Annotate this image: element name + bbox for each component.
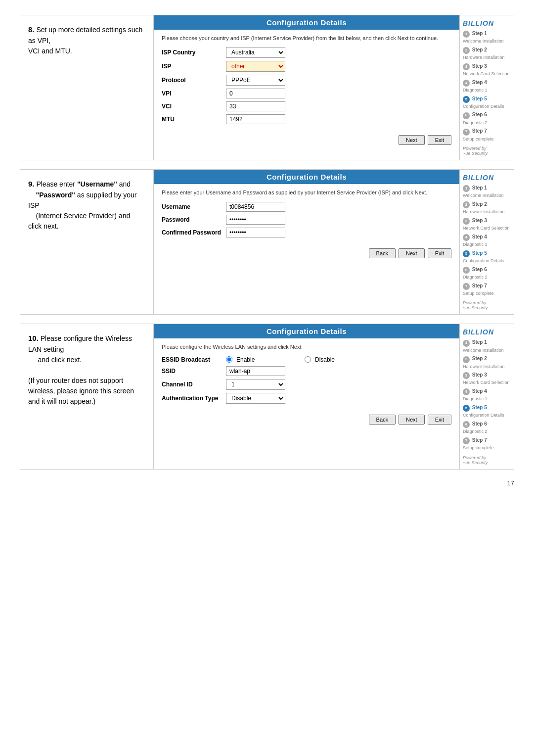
field-channel-id-label: Channel ID [162,381,226,388]
vpi-value: 0 [226,89,285,98]
section-10-config: Configuration Details Please configure t… [154,324,459,469]
config-title-8: Configuration Details [267,18,347,27]
sidebar-step-5-10: 5 Step 5 Configuration Details [463,404,511,419]
field-ssid-label: SSID [162,368,226,375]
step-label-6-8: Step 6 [472,112,487,117]
step-circle-1-8: 1 [463,31,470,38]
section-8-intro: Please choose your country and ISP (Inte… [162,35,451,42]
essid-enable-label: Enable [236,356,301,363]
next-button-9[interactable]: Next [399,248,425,258]
field-mtu-label: MTU [162,116,226,123]
section-9-config-header: Configuration Details [154,170,459,184]
section-8-buttons: Next Exit [154,132,459,150]
section-10-buttons: Back Next Exit [154,412,459,429]
field-password: Password •••••••• [162,215,451,225]
section-9-config: Configuration Details Please enter your … [154,170,459,314]
isp-select[interactable]: other [226,61,285,72]
field-protocol: Protocol PPPoE [162,75,451,86]
section-9-buttons: Back Next Exit [154,245,459,263]
section-10-intro: Please configure the Wireless LAN settin… [162,343,451,351]
step-desc-6-9: Diagnostic 2 [463,275,488,280]
exit-button-10[interactable]: Exit [428,415,451,425]
step-label-2-9: Step 2 [472,201,487,207]
sidebar-step-7-9: 7 Step 7 Setup complete [463,283,511,297]
step-desc-1-9: Welcome Installation [463,193,504,198]
field-username-label: Username [162,203,226,210]
step-desc-2-8: Hardware Installation [463,55,505,60]
step-label-5-10: Step 5 [472,405,487,410]
step-desc-5-10: Configuration Details [463,413,504,418]
sidebar-step-7-8: 7 Step 7 Setup complete [463,128,511,142]
section-8-sidebar: BILLION 1 Step 1 Welcome Installation 2 … [459,15,514,160]
sidebar-step-5-9: 5 Step 5 Configuration Details [463,250,511,264]
config-title-10: Configuration Details [267,327,347,335]
step-desc-3-9: Network Card Selection [463,226,510,231]
essid-enable-radio[interactable] [226,356,232,363]
section-10-config-header: Configuration Details [154,324,459,338]
back-button-10[interactable]: Back [369,415,396,425]
field-username: Username t0084856 [162,202,451,212]
field-vci-label: VCI [162,103,226,110]
field-channel-id: Channel ID 1 [162,379,451,390]
step-circle-7-10: 7 [463,437,470,444]
sidebar-step-6-8: 6 Step 6 Diagnostic 2 [463,111,511,126]
field-auth-type: Authentication Type Disable [162,393,451,404]
step-9-text-and: and [117,180,131,188]
step-desc-3-8: Network Card Selection [463,71,510,76]
section-8-config-header: Configuration Details [154,15,459,30]
sidebar-step-6-10: 6 Step 6 Diagnostic 2 [463,421,511,435]
step-circle-2-10: 2 [463,356,470,363]
step-desc-7-8: Setup complete [463,137,494,142]
next-button-10[interactable]: Next [399,415,425,425]
step-label-5-8: Step 5 [472,96,487,101]
step-desc-2-9: Hardware Installation [463,209,505,214]
step-circle-5-8: 5 [463,96,470,103]
step-label-7-10: Step 7 [472,437,487,443]
step-desc-6-8: Diagnostic 2 [463,120,488,125]
step-circle-4-9: 4 [463,234,470,241]
field-vpi-label: VPI [162,90,226,97]
auth-type-select[interactable]: Disable [226,393,285,404]
sidebar-step-7-10: 7 Step 7 Setup complete [463,437,511,451]
step-10-text-line1: Please configure the Wireless LAN settin… [28,334,132,353]
sidebar-step-6-9: 6 Step 6 Diagnostic 2 [463,266,511,281]
step-label-2-10: Step 2 [472,356,487,361]
password-value: •••••••• [226,215,285,225]
step-circle-4-8: 4 [463,80,470,87]
sidebar-step-5-8: 5 Step 5 Configuration Details [463,95,511,110]
sidebar-step-2-9: 2 Step 2 Hardware Installation [463,201,511,215]
section-8-config: Configuration Details Please choose your… [154,15,459,160]
exit-button-9[interactable]: Exit [428,248,451,258]
sidebar-step-3-9: 3 Step 3 Network Card Selection [463,217,511,232]
back-button-9[interactable]: Back [369,248,396,258]
field-mtu: MTU 1492 [162,114,451,124]
sidebar-step-2-10: 2 Step 2 Hardware Installation [463,355,511,370]
step-8-text-line1: Set up more detailed settings such as VP… [28,26,142,45]
sidebar-step-1-10: 1 Step 1 Welcome Installation [463,339,511,353]
section-10: 10. Please configure the Wireless LAN se… [20,324,514,469]
sidebar-step-1-8: 1 Step 1 Welcome Installation [463,30,511,45]
step-circle-1-10: 1 [463,340,470,347]
step-circle-5-9: 5 [463,250,470,257]
next-button-8[interactable]: Next [399,135,425,145]
section-8-left: 8. Set up more detailed settings such as… [20,15,154,160]
step-label-3-9: Step 3 [472,218,487,223]
field-auth-type-label: Authentication Type [162,395,226,402]
step-desc-7-10: Setup complete [463,445,494,450]
step-label-7-9: Step 7 [472,283,487,288]
step-label-4-10: Step 4 [472,388,487,394]
security-logo-8: Powered by~ue Security [463,146,511,156]
step-circle-4-10: 4 [463,388,470,395]
step-label-1-8: Step 1 [472,31,487,36]
step-label-2-8: Step 2 [472,47,487,52]
section-8-config-body: Please choose your country and ISP (Inte… [154,30,459,132]
isp-country-select[interactable]: Australia [226,47,285,58]
sidebar-step-3-8: 3 Step 3 Network Card Selection [463,63,511,77]
exit-button-8[interactable]: Exit [428,135,451,145]
step-desc-4-8: Diagnostic 1 [463,88,488,93]
step-circle-6-10: 6 [463,421,470,428]
channel-id-select[interactable]: 1 [226,379,285,390]
protocol-select[interactable]: PPPoE [226,75,285,86]
brand-logo-8: BILLION [463,19,511,27]
essid-disable-radio[interactable] [305,356,311,363]
